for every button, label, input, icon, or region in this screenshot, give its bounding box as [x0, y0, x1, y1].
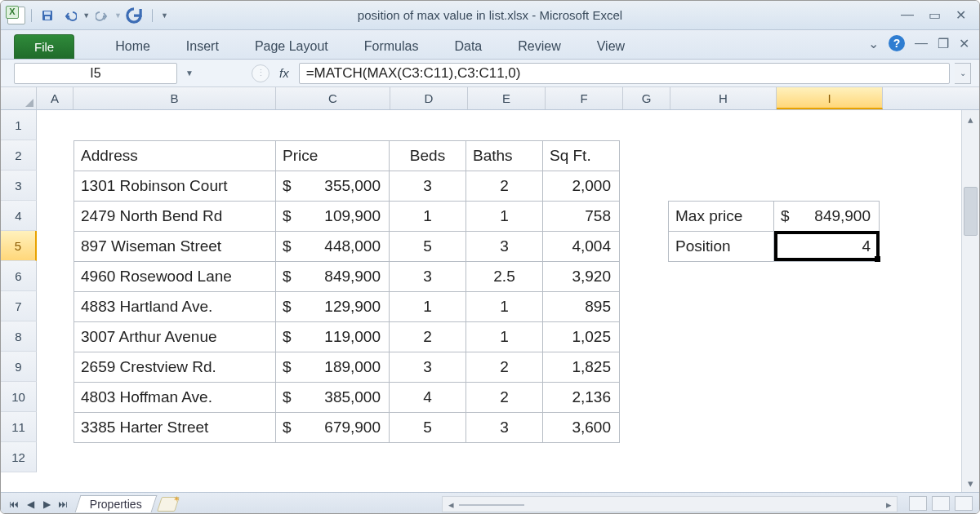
cell-address[interactable]: 3385 Harter Street [74, 413, 276, 443]
row-header-2[interactable]: 2 [1, 140, 37, 171]
cell-address[interactable]: 4960 Rosewood Lane [74, 262, 276, 292]
cell-price[interactable]: $355,000 [276, 171, 390, 202]
cell-beds[interactable]: 3 [390, 262, 466, 292]
tab-review[interactable]: Review [500, 34, 578, 59]
cell-baths[interactable]: 1 [466, 202, 543, 232]
minimize-button[interactable]: ― [901, 7, 914, 23]
col-header-C[interactable]: C [276, 87, 390, 109]
row-header-10[interactable]: 10 [1, 382, 37, 412]
tab-page-layout[interactable]: Page Layout [237, 34, 346, 59]
redo-button[interactable] [91, 6, 113, 25]
cell-beds[interactable]: 2 [390, 322, 466, 352]
cell-price[interactable]: $129,900 [276, 292, 390, 322]
view-layout-button[interactable] [932, 496, 950, 511]
cell-address[interactable]: 4803 Hoffman Ave. [74, 383, 276, 413]
qat-customize-dropdown[interactable]: ▼ [161, 11, 168, 20]
formula-bar-expand[interactable]: ⌄ [955, 63, 971, 84]
cell-baths[interactable]: 2.5 [466, 262, 543, 292]
tab-insert[interactable]: Insert [168, 34, 237, 59]
scroll-down-button[interactable]: ▾ [962, 474, 979, 492]
cell-sqft[interactable]: 2,136 [543, 383, 620, 413]
view-normal-button[interactable] [909, 496, 927, 511]
cell-address[interactable]: 3007 Arthur Avenue [74, 322, 276, 352]
help-button[interactable]: ? [889, 35, 905, 51]
cell-baths[interactable]: 2 [466, 352, 543, 383]
sheet-nav-last[interactable]: ⏭ [55, 498, 71, 510]
cell-beds[interactable]: 5 [390, 413, 466, 443]
app-icon[interactable] [6, 6, 27, 25]
row-header-1[interactable]: 1 [1, 110, 37, 140]
cell-baths[interactable]: 1 [466, 322, 543, 352]
col-header-B[interactable]: B [74, 87, 276, 109]
col-header-H[interactable]: H [670, 87, 777, 109]
cell-address[interactable]: 4883 Hartland Ave. [74, 292, 276, 322]
formula-cancel-button[interactable]: ⋮ [252, 64, 270, 82]
cells-area[interactable]: Address Price Beds Baths Sq Ft. 1301 Rob… [37, 110, 979, 492]
cell-price[interactable]: $109,900 [276, 202, 390, 232]
cell-price[interactable]: $448,000 [276, 232, 390, 262]
cell-beds[interactable]: 5 [390, 232, 466, 262]
cell-sqft[interactable]: 895 [543, 292, 620, 322]
row-header-4[interactable]: 4 [1, 201, 37, 231]
cell-beds[interactable]: 3 [390, 352, 466, 383]
cell-baths[interactable]: 3 [466, 413, 543, 443]
cell-price[interactable]: $679,900 [276, 413, 390, 443]
cell-beds[interactable]: 1 [390, 202, 466, 232]
cell-beds[interactable]: 3 [390, 171, 466, 202]
tab-data[interactable]: Data [436, 34, 500, 59]
cell-price[interactable]: $119,000 [276, 322, 390, 352]
row-header-6[interactable]: 6 [1, 261, 37, 291]
close-button[interactable]: ✕ [956, 7, 966, 23]
header-baths[interactable]: Baths [466, 141, 543, 171]
cell-sqft[interactable]: 3,600 [543, 413, 620, 443]
undo-dropdown[interactable]: ▼ [82, 11, 90, 20]
cell-baths[interactable]: 2 [466, 383, 543, 413]
col-header-D[interactable]: D [390, 87, 468, 109]
cell-address[interactable]: 2659 Crestview Rd. [74, 352, 276, 383]
file-tab[interactable]: File [14, 34, 74, 59]
cell-price[interactable]: $385,000 [276, 383, 390, 413]
cell-price[interactable]: $849,900 [276, 262, 390, 292]
horizontal-scrollbar[interactable]: ◂ ▸ [442, 496, 898, 512]
cell-sqft[interactable]: 2,000 [543, 171, 620, 202]
sheet-nav-prev[interactable]: ◀ [22, 498, 38, 510]
col-header-E[interactable]: E [468, 87, 546, 109]
header-sqft[interactable]: Sq Ft. [543, 141, 620, 171]
row-header-11[interactable]: 11 [1, 412, 37, 442]
sheet-nav-first[interactable]: ⏮ [6, 498, 22, 510]
row-header-7[interactable]: 7 [1, 291, 37, 321]
cell-sqft[interactable]: 1,025 [543, 322, 620, 352]
col-header-I[interactable]: I [777, 87, 883, 109]
workbook-restore-button[interactable]: ❐ [938, 36, 949, 51]
name-box[interactable]: I5 [14, 63, 177, 84]
workbook-close-button[interactable]: ✕ [959, 36, 969, 51]
name-box-dropdown[interactable]: ▼ [181, 63, 198, 84]
workbook-minimize-button[interactable]: ― [915, 36, 928, 51]
cell-sqft[interactable]: 758 [543, 202, 620, 232]
row-header-12[interactable]: 12 [1, 442, 37, 472]
cell-address[interactable]: 897 Wiseman Street [74, 232, 276, 262]
header-address[interactable]: Address [74, 141, 276, 171]
scroll-thumb[interactable] [964, 187, 978, 236]
ribbon-minimize-icon[interactable]: ⌄ [868, 36, 879, 51]
header-beds[interactable]: Beds [390, 141, 466, 171]
hscroll-thumb[interactable] [459, 504, 524, 506]
row-header-9[interactable]: 9 [1, 352, 37, 382]
row-header-3[interactable]: 3 [1, 171, 37, 201]
col-header-A[interactable]: A [37, 87, 74, 109]
view-pagebreak-button[interactable] [955, 496, 973, 511]
row-header-8[interactable]: 8 [1, 321, 37, 352]
cell-sqft[interactable]: 3,920 [543, 262, 620, 292]
cell-baths[interactable]: 1 [466, 292, 543, 322]
scroll-track[interactable] [964, 128, 978, 474]
cell-price[interactable]: $189,000 [276, 352, 390, 383]
save-button[interactable] [37, 6, 58, 25]
header-price[interactable]: Price [276, 141, 390, 171]
scroll-up-button[interactable]: ▴ [962, 110, 979, 128]
cell-baths[interactable]: 3 [466, 232, 543, 262]
qat-more-button[interactable] [123, 6, 145, 25]
cell-beds[interactable]: 1 [390, 292, 466, 322]
tab-view[interactable]: View [579, 34, 643, 59]
cell-sqft[interactable]: 1,825 [543, 352, 620, 383]
cell-address[interactable]: 1301 Robinson Court [74, 171, 276, 202]
